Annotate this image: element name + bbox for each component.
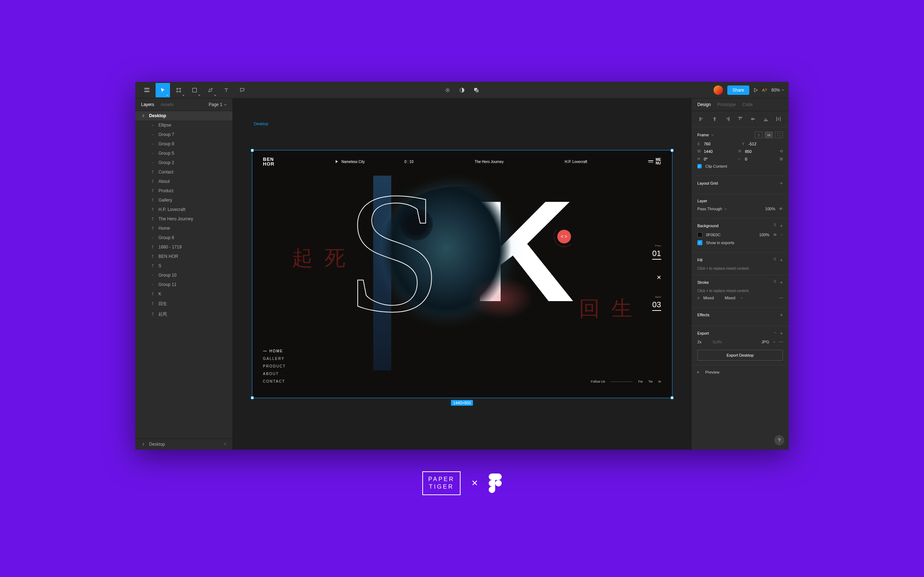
align-center-h[interactable]	[710, 115, 719, 123]
visibility-icon[interactable]: 👁	[773, 233, 777, 237]
style-icon[interactable]: ⠿	[774, 257, 776, 263]
comment-tool[interactable]	[235, 83, 249, 97]
layer-item[interactable]: TS	[135, 261, 233, 271]
tab-prototype[interactable]: Prototype	[717, 102, 736, 107]
add-fill-button[interactable]: +	[780, 257, 783, 263]
blend-mode[interactable]: Pass Through	[697, 206, 722, 211]
x-field[interactable]: 760	[704, 142, 722, 146]
export-suffix[interactable]: Suffix	[712, 340, 722, 344]
tab-assets[interactable]: Assets	[161, 102, 174, 107]
orientation-landscape[interactable]: ▭	[765, 132, 773, 138]
resize-handle[interactable]	[251, 149, 254, 152]
rotation-field[interactable]: 0°	[704, 157, 722, 161]
add-export-button[interactable]: +	[780, 330, 783, 336]
bg-hex[interactable]: 0F0E0C	[706, 233, 720, 237]
bg-opacity[interactable]: 100%	[759, 233, 769, 237]
layer-item[interactable]: TBEN HOR	[135, 252, 233, 261]
layer-item[interactable]: TContact	[135, 167, 233, 177]
layer-item[interactable]: ▫Group 10	[135, 271, 233, 280]
text-tool[interactable]	[219, 83, 234, 97]
link-dimensions-icon[interactable]: ⟲	[780, 149, 783, 154]
mask-icon[interactable]	[458, 83, 466, 97]
layer-item[interactable]: ▫Group 5	[135, 148, 233, 158]
stroke-weight[interactable]: Mixed	[703, 296, 714, 300]
union-icon[interactable]	[472, 83, 481, 97]
distribute[interactable]	[774, 115, 783, 123]
tab-code[interactable]: Code	[743, 102, 753, 107]
version-indicator[interactable]: A?	[762, 88, 767, 92]
add-effect-button[interactable]: +	[780, 312, 783, 318]
w-field[interactable]: 1440	[704, 149, 722, 154]
main-menu-button[interactable]	[140, 83, 154, 97]
layer-item[interactable]: TK	[135, 289, 233, 298]
y-field[interactable]: -512	[749, 142, 767, 146]
bg-swatch[interactable]	[697, 232, 703, 237]
layer-item[interactable]: ▫Group 7	[135, 130, 233, 139]
layer-frame-desktop[interactable]: # Desktop	[135, 111, 233, 121]
align-left[interactable]	[697, 115, 706, 123]
move-tool[interactable]	[155, 83, 170, 97]
layer-item[interactable]: TProduct	[135, 186, 233, 195]
h-field[interactable]: 850	[745, 149, 763, 154]
frame-tool[interactable]	[171, 83, 186, 97]
layer-item[interactable]: ▫Group 8	[135, 233, 233, 242]
share-button[interactable]: Share	[727, 85, 749, 95]
layer-item[interactable]: ▫Group 9	[135, 139, 233, 148]
page-selector[interactable]: Page 1	[208, 102, 227, 107]
component-icon[interactable]	[443, 83, 452, 97]
layer-item[interactable]: TH.P. Lovecraft	[135, 205, 233, 214]
layer-item[interactable]: TThe Hero Journey	[135, 214, 233, 224]
add-stroke-button[interactable]: +	[780, 279, 783, 285]
align-top[interactable]	[736, 115, 745, 123]
layer-item[interactable]: T1680 - 1719	[135, 242, 233, 252]
frame-name-label[interactable]: Desktop	[254, 121, 268, 126]
layer-item[interactable]: ▫Group 11	[135, 280, 233, 289]
stroke-more-icon[interactable]	[779, 298, 783, 298]
pen-tool[interactable]	[203, 83, 218, 97]
show-exports-checkbox[interactable]: ✓	[697, 240, 703, 245]
align-center-v[interactable]	[749, 115, 757, 123]
remove-export-button[interactable]: −	[774, 330, 776, 336]
layer-item[interactable]: TAbout	[135, 177, 233, 186]
remove-icon[interactable]: −	[781, 233, 783, 237]
export-scale[interactable]: 2x	[697, 340, 702, 344]
canvas[interactable]: Desktop 1440×850 BENHOR Nameless City0 :…	[233, 98, 691, 450]
layer-item[interactable]: THome	[135, 224, 233, 233]
preview-label[interactable]: Preview	[705, 370, 719, 374]
layer-item[interactable]: T回生	[135, 298, 233, 309]
align-right[interactable]	[723, 115, 732, 123]
style-icon[interactable]: ⠿	[774, 279, 776, 285]
visibility-icon[interactable]: 👁	[779, 206, 783, 211]
add-bg-button[interactable]: +	[780, 223, 783, 229]
resize-handle[interactable]	[670, 149, 674, 152]
resize-handle[interactable]	[670, 396, 674, 399]
resize-fit[interactable]: ⛶	[775, 132, 783, 138]
clip-content-checkbox[interactable]: ✓	[697, 164, 702, 168]
tab-layers[interactable]: Layers	[141, 102, 154, 107]
shape-tool[interactable]	[187, 83, 202, 97]
layer-item[interactable]: T起死	[135, 309, 233, 319]
resize-handle[interactable]	[251, 396, 254, 399]
independent-corners-icon[interactable]: ⊞	[780, 156, 783, 161]
frame-desktop[interactable]: 1440×850 BENHOR Nameless City0 : 10 The …	[252, 150, 672, 398]
orientation-portrait[interactable]: ▯	[755, 132, 762, 138]
export-format[interactable]: JPG	[762, 340, 769, 344]
zoom-control[interactable]: 80%	[771, 88, 784, 93]
layer-item[interactable]: TGallery	[135, 195, 233, 205]
tab-design[interactable]: Design	[697, 102, 711, 107]
help-button[interactable]: ?	[774, 435, 784, 445]
bottom-frame-ref[interactable]: #Desktop ⇱	[135, 438, 233, 450]
user-avatar[interactable]	[714, 85, 723, 95]
present-button[interactable]	[754, 88, 758, 92]
layer-item[interactable]: ○Ellipse	[135, 121, 233, 130]
style-icon[interactable]: ⠿	[774, 223, 776, 229]
layer-opacity[interactable]: 100%	[765, 206, 775, 211]
add-grid-button[interactable]: +	[780, 180, 783, 186]
align-bottom[interactable]	[762, 115, 770, 123]
export-more-icon[interactable]	[779, 342, 783, 342]
radius-field[interactable]: 0	[745, 157, 763, 161]
layer-item[interactable]: ▫Group 2	[135, 158, 233, 167]
stroke-align[interactable]: Mixed	[725, 296, 735, 300]
expand-icon[interactable]: ▸	[697, 370, 699, 374]
export-button[interactable]: Export Desktop	[697, 350, 783, 361]
